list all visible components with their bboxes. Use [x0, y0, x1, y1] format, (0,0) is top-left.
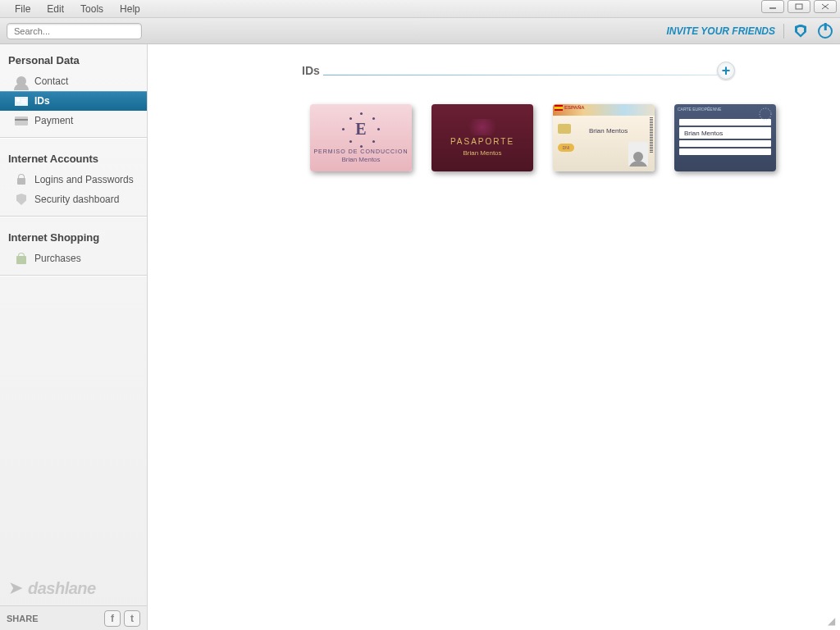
card-holder-name: Brian Mentos: [679, 127, 771, 139]
cards-grid: E PERMISO DE CONDUCCION Brian Mentos PAS…: [310, 104, 802, 171]
menu-edit[interactable]: Edit: [39, 2, 72, 16]
flag-icon: [555, 105, 563, 111]
content-area: IDs + E PERMISO DE CONDUCCION Brian Ment…: [148, 44, 840, 630]
sidebar-item-ids[interactable]: IDs: [0, 91, 147, 111]
header-line: [323, 75, 720, 75]
card-header-text: CARTE EUROPÉENNE: [678, 107, 721, 115]
card-health-insurance[interactable]: CARTE EUROPÉENNE Brian Mentos: [674, 104, 776, 171]
crest-icon: [464, 119, 500, 135]
card-drivers-licence[interactable]: E PERMISO DE CONDUCCION Brian Mentos: [310, 104, 412, 171]
sidebar-item-label: IDs: [34, 95, 50, 107]
twitter-button[interactable]: t: [124, 610, 140, 627]
add-button[interactable]: +: [717, 62, 735, 80]
menu-file[interactable]: File: [7, 2, 39, 16]
bag-icon: [15, 253, 28, 264]
power-icon[interactable]: [817, 23, 833, 39]
svg-rect-1: [796, 4, 802, 9]
sidebar-item-security[interactable]: Security dashboard: [0, 189, 147, 209]
card-country: ESPAÑA: [553, 104, 655, 116]
card-holder-name: Brian Mentos: [463, 149, 501, 157]
card-passport[interactable]: PASAPORTE Brian Mentos: [431, 104, 533, 171]
title-bar: File Edit Tools Help: [0, 0, 840, 18]
page-title: IDs: [302, 64, 320, 79]
lock-icon: [15, 174, 28, 185]
card-national-id[interactable]: ESPAÑA Brian Mentos DNI: [553, 104, 655, 171]
card-holder-name: Brian Mentos: [589, 127, 628, 135]
menu-tools[interactable]: Tools: [72, 2, 112, 16]
divider: [0, 275, 147, 276]
separator: [783, 24, 784, 39]
sidebar-item-label: Contact: [34, 75, 68, 87]
sidebar-item-payment[interactable]: Payment: [0, 111, 147, 130]
share-bar: SHARE f t: [0, 605, 147, 630]
window-controls: [761, 0, 837, 13]
sidebar-item-label: Security dashboard: [34, 194, 119, 205]
barcode-icon: [650, 117, 653, 153]
search-input[interactable]: [7, 23, 142, 39]
card-type: PERMISO DE CONDUCCION: [313, 148, 408, 154]
shield-icon: [15, 194, 28, 205]
minimize-button[interactable]: [761, 0, 784, 13]
shield-icon[interactable]: [792, 23, 809, 39]
sidebar-item-label: Purchases: [34, 253, 81, 264]
card-letter: E: [355, 120, 366, 139]
brand-logo: ➤ dashlane: [0, 571, 147, 605]
invite-friends-link[interactable]: INVITE YOUR FRIENDS: [667, 25, 775, 37]
plus-icon: +: [722, 63, 731, 78]
gazelle-icon: ➤: [8, 578, 23, 599]
card-type: PASAPORTE: [450, 137, 514, 146]
eu-stars-icon: E: [345, 112, 377, 145]
facebook-button[interactable]: f: [104, 610, 121, 627]
divider: [0, 216, 147, 217]
brand-text: dashlane: [28, 579, 96, 598]
sidebar: Personal Data Contact IDs Payment Intern…: [0, 44, 148, 630]
menu-bar: File Edit Tools Help: [0, 2, 148, 16]
sidebar-item-label: Payment: [34, 115, 73, 126]
sidebar-item-logins[interactable]: Logins and Passwords: [0, 170, 147, 189]
card-field: [679, 140, 771, 147]
photo-placeholder: [628, 142, 648, 167]
dni-badge: DNI: [558, 144, 574, 152]
card-field: [679, 148, 771, 155]
credit-card-icon: [15, 115, 28, 126]
sidebar-item-label: Logins and Passwords: [34, 174, 134, 185]
id-card-icon: [15, 95, 28, 107]
sidebar-section-personal: Personal Data: [0, 51, 147, 71]
divider: [0, 137, 147, 138]
person-icon: [15, 75, 28, 87]
sidebar-section-internet: Internet Accounts: [0, 149, 147, 170]
menu-help[interactable]: Help: [112, 2, 148, 16]
share-label: SHARE: [7, 614, 39, 623]
maximize-button[interactable]: [788, 0, 810, 13]
page-header: IDs +: [302, 62, 735, 80]
resize-grip-icon[interactable]: ◢: [828, 615, 835, 627]
sidebar-item-contact[interactable]: Contact: [0, 71, 147, 91]
sidebar-item-purchases[interactable]: Purchases: [0, 249, 147, 268]
sidebar-section-shopping: Internet Shopping: [0, 228, 147, 249]
eu-stars-icon: [758, 107, 773, 121]
close-button[interactable]: [814, 0, 837, 13]
toolbar: INVITE YOUR FRIENDS: [0, 18, 840, 44]
chip-icon: [558, 124, 571, 134]
svg-point-4: [760, 108, 771, 120]
card-holder-name: Brian Mentos: [341, 156, 380, 163]
